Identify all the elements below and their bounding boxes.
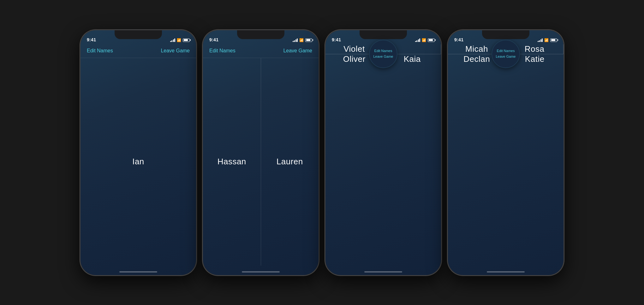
phone-3: 9:41 📶 Violet [325, 30, 442, 276]
center-edit-btn-4[interactable]: Edit Names [497, 48, 515, 54]
game-area-2: Hassan Lauren [203, 58, 319, 266]
wifi-icon-3: 📶 [422, 38, 426, 42]
edit-names-btn-1[interactable]: Edit Names [87, 48, 113, 54]
time-2: 9:41 [209, 37, 218, 42]
player-cell-lauren[interactable]: Lauren [261, 58, 319, 266]
phone-1: 9:41 📶 Edit Names Leave Game Ian [80, 30, 197, 276]
home-indicator-4 [487, 271, 525, 273]
phone-4-inner: 9:41 📶 Micah Rosa [448, 30, 564, 275]
wifi-icon-4: 📶 [544, 38, 549, 42]
time-3: 9:41 [332, 37, 341, 42]
phone-3-inner: 9:41 📶 Violet [325, 30, 441, 275]
player-name-ian: Ian [132, 157, 144, 167]
phone-4: 9:41 📶 Micah Rosa [447, 30, 564, 276]
player-name-rosa: Rosa [525, 44, 545, 54]
player-name-lauren: Lauren [277, 157, 303, 167]
battery-icon-3 [428, 38, 435, 42]
center-leave-btn-4[interactable]: Leave Game [496, 54, 516, 60]
phone-1-inner: 9:41 📶 Edit Names Leave Game Ian [80, 30, 196, 275]
player-name-violet: Violet [343, 44, 365, 54]
notch-4 [482, 30, 529, 39]
game-area-3: Violet Edit Names Leave Game Oliver [325, 44, 441, 64]
phone-2-inner: 9:41 📶 Edit Names Leave Game Hassan [203, 30, 319, 275]
player-name-declan: Declan [463, 54, 490, 64]
player-cell-hassan[interactable]: Hassan [203, 58, 261, 266]
game-area-4: Micah Rosa Edit Names Leave Game Declan [448, 44, 564, 64]
battery-icon-4 [550, 38, 557, 42]
signal-icon-4 [538, 38, 543, 42]
player-name-hassan: Hassan [218, 157, 246, 167]
row-top-3: Violet Edit Names Leave Game [325, 44, 441, 54]
status-icons-2: 📶 [293, 38, 313, 42]
wifi-icon-2: 📶 [299, 38, 304, 42]
battery-icon-2 [305, 38, 312, 42]
leave-game-btn-2[interactable]: Leave Game [283, 48, 312, 54]
signal-icon-2 [293, 38, 298, 42]
home-indicator-1 [119, 271, 157, 273]
player-name-katie: Katie [525, 54, 545, 64]
row-top-4: Micah Rosa Edit Names Leave Game [448, 44, 564, 54]
player-cell-ian[interactable]: Ian [80, 58, 196, 266]
phone-2: 9:41 📶 Edit Names Leave Game Hassan [202, 30, 319, 276]
home-indicator-2 [242, 271, 280, 273]
notch-2 [237, 30, 284, 39]
battery-icon-1 [183, 38, 190, 42]
center-menu-3[interactable]: Edit Names Leave Game [369, 40, 397, 68]
wifi-icon-1: 📶 [177, 38, 181, 42]
status-icons-3: 📶 [415, 38, 435, 42]
status-icons-4: 📶 [538, 38, 558, 42]
status-icons-1: 📶 [170, 38, 190, 42]
player-name-kaia: Kaia [404, 54, 421, 64]
signal-icon-1 [170, 38, 176, 42]
leave-game-btn-1[interactable]: Leave Game [161, 48, 190, 54]
player-name-micah: Micah [465, 44, 488, 54]
time-4: 9:41 [454, 37, 463, 42]
nav-bar-1: Edit Names Leave Game [80, 44, 196, 58]
home-indicator-3 [364, 271, 402, 273]
edit-names-btn-2[interactable]: Edit Names [209, 48, 236, 54]
center-edit-btn-3[interactable]: Edit Names [374, 48, 392, 54]
center-menu-4[interactable]: Edit Names Leave Game [492, 40, 520, 68]
nav-bar-2: Edit Names Leave Game [203, 44, 319, 58]
time-1: 9:41 [87, 37, 96, 42]
phone-collection: 9:41 📶 Edit Names Leave Game Ian [80, 30, 564, 276]
game-area-1: Ian [80, 58, 196, 266]
player-name-oliver: Oliver [343, 54, 366, 64]
notch-1 [115, 30, 162, 39]
signal-icon-3 [415, 38, 420, 42]
center-leave-btn-3[interactable]: Leave Game [373, 54, 393, 60]
notch-3 [360, 30, 407, 39]
